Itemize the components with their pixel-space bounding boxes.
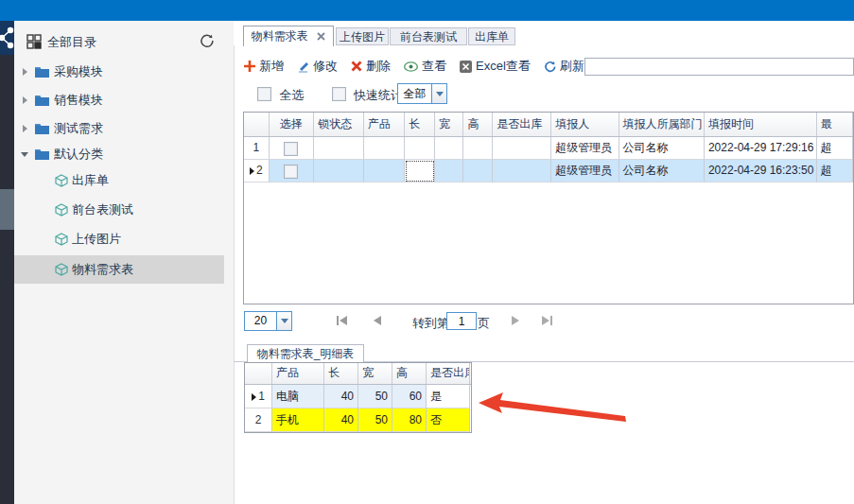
select-all-checkbox[interactable] bbox=[257, 87, 271, 101]
page-size-dropdown[interactable]: 20 bbox=[244, 311, 292, 331]
next-page-icon[interactable] bbox=[511, 315, 520, 326]
header-width[interactable]: 宽 bbox=[358, 363, 392, 384]
last-page-icon[interactable] bbox=[541, 315, 553, 326]
tab-upload-image[interactable]: 上传图片 bbox=[336, 27, 389, 45]
strip-scrollbar-thumb[interactable] bbox=[0, 189, 14, 230]
app-window: 全部目录 采购模块 销售模块 bbox=[0, 0, 854, 504]
cell-product[interactable]: 电脑 bbox=[272, 385, 324, 408]
cell-dept[interactable]: 公司名称 bbox=[619, 137, 705, 160]
collapse-arrow-icon[interactable] bbox=[23, 68, 27, 76]
cell-product[interactable] bbox=[364, 160, 405, 182]
first-page-icon[interactable] bbox=[336, 315, 348, 326]
cell-width[interactable]: 50 bbox=[358, 385, 392, 408]
goto-page-input[interactable] bbox=[446, 312, 477, 330]
table-row-current[interactable]: 1 电脑 40 50 60 是 bbox=[245, 385, 471, 408]
header-select[interactable]: 选择 bbox=[270, 113, 315, 136]
cell-width[interactable] bbox=[435, 137, 464, 160]
cube-icon bbox=[55, 203, 68, 217]
header-product[interactable]: 产品 bbox=[272, 363, 324, 384]
cell-clipped[interactable]: 超 bbox=[817, 160, 853, 182]
table-row-selected[interactable]: 2 超级管理员 公司名称 2022-04-29 16:23:50 超 bbox=[244, 160, 853, 182]
prev-page-icon[interactable] bbox=[373, 315, 382, 326]
tab-front-table-test[interactable]: 前台表测试 bbox=[390, 27, 467, 45]
search-input[interactable] bbox=[584, 58, 854, 76]
add-button[interactable]: 新增 bbox=[244, 58, 284, 75]
header-product[interactable]: 产品 bbox=[364, 113, 405, 136]
sidebar-item-sales-module[interactable]: 销售模块 bbox=[14, 86, 234, 114]
row-checkbox[interactable] bbox=[284, 142, 298, 156]
header-reporter[interactable]: 填报人 bbox=[551, 113, 619, 136]
tab-detail-table[interactable]: 物料需求表_明细表 bbox=[247, 344, 364, 362]
cell-lockstate[interactable] bbox=[314, 137, 364, 160]
refresh-button[interactable]: 刷新 bbox=[544, 58, 584, 75]
chevron-down-icon[interactable] bbox=[276, 312, 291, 330]
cell-outbound[interactable]: 是 bbox=[427, 385, 470, 408]
cell-clipped[interactable]: 超 bbox=[817, 137, 853, 160]
tab-material-demand-active[interactable]: 物料需求表 bbox=[243, 26, 334, 46]
tab-outbound-order[interactable]: 出库单 bbox=[468, 27, 515, 45]
cell-length[interactable] bbox=[405, 137, 435, 160]
sidebar-item-default-category[interactable]: 默认分类 bbox=[14, 140, 234, 168]
sidebar-item-outbound-order[interactable]: 出库单 bbox=[14, 166, 234, 195]
header-clipped[interactable]: 最 bbox=[817, 113, 853, 136]
detail-tab-label: 物料需求表_明细表 bbox=[257, 347, 355, 360]
header-rownum bbox=[245, 363, 272, 384]
table-row-highlighted[interactable]: 2 手机 40 50 80 否 bbox=[245, 408, 471, 432]
table-row[interactable]: 1 超级管理员 公司名称 2022-04-29 17:29:16 超 bbox=[244, 137, 853, 160]
expand-arrow-icon[interactable] bbox=[21, 152, 28, 157]
cell-length[interactable]: 40 bbox=[324, 385, 358, 408]
header-lockstate[interactable]: 锁状态 bbox=[314, 113, 364, 136]
excel-view-button[interactable]: Excel查看 bbox=[460, 58, 531, 75]
cell-time[interactable]: 2022-04-29 16:23:50 bbox=[705, 160, 817, 182]
header-outbound[interactable]: 是否出库 bbox=[493, 113, 551, 136]
tab-label: 出库单 bbox=[475, 30, 509, 43]
header-length[interactable]: 长 bbox=[324, 363, 358, 384]
cell-width[interactable] bbox=[435, 160, 464, 182]
delete-button[interactable]: 删除 bbox=[351, 58, 391, 75]
quick-stats-checkbox[interactable] bbox=[332, 87, 346, 101]
tab-close-icon[interactable] bbox=[317, 32, 325, 41]
header-report-time[interactable]: 填报时间 bbox=[705, 113, 817, 136]
row-checkbox[interactable] bbox=[284, 165, 298, 179]
header-height[interactable]: 高 bbox=[463, 113, 493, 136]
sidebar-refresh-icon[interactable] bbox=[200, 33, 215, 48]
header-width[interactable]: 宽 bbox=[435, 113, 464, 136]
sidebar-item-purchase-module[interactable]: 采购模块 bbox=[14, 58, 234, 86]
cell-height[interactable]: 60 bbox=[392, 385, 427, 408]
sidebar-item-upload-image[interactable]: 上传图片 bbox=[14, 225, 234, 253]
collapse-arrow-icon[interactable] bbox=[23, 96, 27, 104]
cell-reporter[interactable]: 超级管理员 bbox=[551, 137, 619, 160]
cell-dept[interactable]: 公司名称 bbox=[619, 160, 705, 182]
cell-length-focused[interactable] bbox=[405, 160, 435, 182]
refresh-label: 刷新 bbox=[560, 58, 584, 75]
header-length[interactable]: 长 bbox=[405, 113, 435, 136]
cell-product[interactable] bbox=[364, 137, 405, 160]
header-outbound[interactable]: 是否出库 bbox=[427, 363, 470, 384]
cell-height[interactable] bbox=[463, 160, 493, 182]
cell-reporter[interactable]: 超级管理员 bbox=[551, 160, 619, 182]
app-logo-block bbox=[0, 21, 14, 55]
cell-outbound[interactable] bbox=[493, 160, 551, 182]
scope-dropdown[interactable]: 全部 bbox=[397, 83, 447, 104]
cell-time[interactable]: 2022-04-29 17:29:16 bbox=[705, 137, 817, 160]
sidebar-item-test-demand[interactable]: 测试需求 bbox=[14, 114, 234, 143]
sidebar-item-material-demand-selected[interactable]: 物料需求表 bbox=[14, 255, 224, 284]
cell-height[interactable] bbox=[463, 137, 493, 160]
folder-icon bbox=[35, 94, 49, 106]
cell-outbound[interactable]: 否 bbox=[427, 408, 470, 432]
cell-length[interactable]: 40 bbox=[324, 408, 358, 432]
cell-lockstate[interactable] bbox=[314, 160, 364, 182]
view-button[interactable]: 查看 bbox=[404, 58, 446, 75]
edit-button[interactable]: 修改 bbox=[297, 58, 338, 75]
header-reporter-dept[interactable]: 填报人所属部门 bbox=[619, 113, 705, 136]
cell-height[interactable]: 80 bbox=[392, 408, 427, 432]
header-height[interactable]: 高 bbox=[392, 363, 427, 384]
chevron-down-icon[interactable] bbox=[431, 84, 446, 103]
cell-outbound[interactable] bbox=[493, 137, 551, 160]
folder-icon bbox=[35, 65, 49, 78]
scope-value: 全部 bbox=[398, 84, 431, 103]
cell-product[interactable]: 手机 bbox=[272, 408, 324, 432]
cell-width[interactable]: 50 bbox=[358, 408, 392, 432]
sidebar-item-front-table-test[interactable]: 前台表测试 bbox=[14, 196, 234, 224]
collapse-arrow-icon[interactable] bbox=[23, 125, 27, 132]
